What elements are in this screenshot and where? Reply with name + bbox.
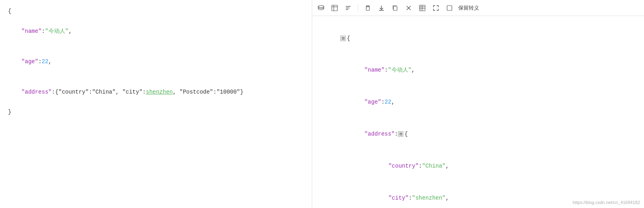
left-line-3: "age":22, bbox=[8, 47, 304, 77]
copy-icon[interactable] bbox=[390, 4, 400, 12]
left-panel: { "name":"今动人", "age":22, "address":{"co… bbox=[0, 0, 312, 208]
svg-rect-18 bbox=[447, 6, 452, 10]
json-root-open: ⊟{ bbox=[320, 22, 636, 54]
database-icon[interactable] bbox=[316, 4, 326, 12]
right-panel: 保留转义 ⊟{ "name":"今动人", "age":22, "address… bbox=[312, 0, 644, 208]
left-line-4: "address":{"country":"China", "city":she… bbox=[8, 77, 304, 107]
expand-icon[interactable] bbox=[431, 4, 441, 12]
svg-point-0 bbox=[318, 5, 324, 7]
json-view: ⊟{ "name":"今动人", "age":22, "address":⊟{ … bbox=[312, 16, 644, 208]
left-line-5: } bbox=[8, 107, 304, 117]
toolbar-divider-1 bbox=[358, 4, 358, 12]
link-icon[interactable] bbox=[417, 4, 427, 12]
sort-icon[interactable] bbox=[343, 4, 353, 12]
table-icon[interactable] bbox=[330, 4, 339, 12]
svg-rect-1 bbox=[332, 5, 337, 11]
svg-rect-7 bbox=[366, 7, 369, 10]
save-label[interactable]: 保留转义 bbox=[458, 4, 479, 12]
left-line-2: "name":"今动人", bbox=[8, 16, 304, 47]
toolbar: 保留转义 bbox=[312, 0, 644, 16]
download-icon[interactable] bbox=[377, 4, 386, 12]
delete-icon[interactable] bbox=[363, 4, 373, 12]
json-address-line: "address":⊟{ bbox=[320, 118, 636, 150]
json-country-line: "country":"China", bbox=[320, 150, 636, 182]
watermark: https://blog.csdn.net/cn_41694182 bbox=[573, 200, 640, 205]
collapse-root-btn[interactable]: ⊟ bbox=[340, 36, 346, 41]
svg-rect-13 bbox=[419, 5, 425, 11]
pin-icon[interactable] bbox=[404, 4, 413, 12]
left-line-1: { bbox=[8, 6, 304, 16]
svg-rect-10 bbox=[393, 6, 397, 10]
json-age-line: "age":22, bbox=[320, 86, 636, 118]
json-name-line: "name":"今动人", bbox=[320, 54, 636, 86]
collapse-address-btn[interactable]: ⊟ bbox=[398, 131, 403, 137]
checkbox-icon[interactable] bbox=[445, 4, 454, 12]
